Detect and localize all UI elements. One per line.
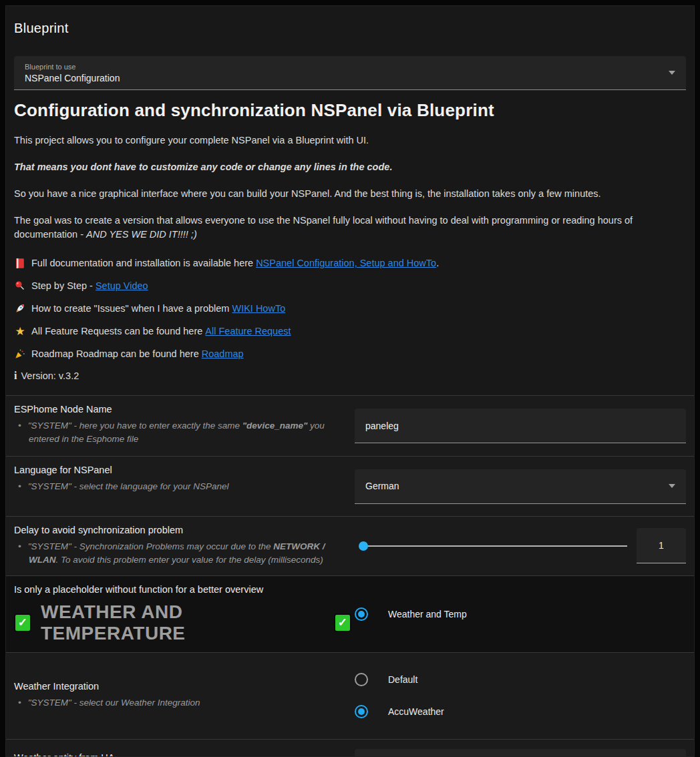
blueprint-select-value: NSPanel Configuration: [25, 73, 669, 83]
row-weather-entity: Weather entity from HA "SYSTEM" - Select…: [6, 739, 694, 757]
feature-request-link[interactable]: All Feature Request: [205, 326, 291, 336]
link-prefix: Roadmap Roadmap can be found here: [31, 348, 199, 359]
info-icon: i: [14, 370, 17, 382]
chevron-down-icon: [669, 71, 675, 75]
link-prefix: Step by Step -: [31, 280, 93, 291]
esphome-node-name-value: paneleg: [365, 421, 675, 431]
radio-label: Default: [388, 674, 417, 685]
star-icon: ★: [14, 325, 26, 337]
setup-video-link[interactable]: Setup Video: [96, 280, 148, 291]
row-label: Is only a placeholder without function f…: [14, 584, 351, 595]
row-label: Weather entity from HA: [14, 752, 351, 757]
radio-default[interactable]: Default: [355, 673, 444, 686]
row-delay: Delay to avoid synchronization problem "…: [6, 516, 694, 575]
row-weather-placeholder: Is only a placeholder without function f…: [6, 575, 694, 652]
blueprint-card: Blueprint Blueprint to use NSPanel Confi…: [5, 5, 695, 757]
doc-link-item: Full documentation and installation is a…: [14, 256, 686, 270]
intro-heading: Configuration and synchronization NSPane…: [14, 100, 686, 121]
docs-link[interactable]: NSPanel Configuration, Setup and HowTo: [256, 258, 436, 268]
red-book-icon: [14, 257, 26, 269]
page-title: Blueprint: [6, 6, 694, 36]
radio-weather-and-temp[interactable]: Weather and Temp: [355, 607, 467, 621]
link-suffix: .: [436, 258, 439, 268]
desc-text: "SYSTEM" - Synchronization Problems may …: [28, 541, 274, 551]
intro-paragraph-2: That means you dont have to customize an…: [14, 160, 686, 174]
roadmap-link[interactable]: Roadmap: [202, 348, 244, 359]
row-label: Language for NSPanel: [14, 465, 351, 475]
radio-accuweather[interactable]: AccuWeather: [355, 705, 444, 718]
radio-button-icon[interactable]: [355, 705, 368, 718]
radio-button-icon[interactable]: [355, 607, 368, 621]
white-check-mark-icon: ✓: [14, 613, 31, 632]
weather-temperature-heading-text: WEATHER AND TEMPERATURE: [41, 601, 325, 644]
esphome-node-name-input[interactable]: paneleg: [355, 409, 686, 443]
row-label: Weather Integration: [14, 681, 351, 692]
chevron-down-icon: [669, 484, 675, 488]
version-line: i Version: v.3.2: [14, 370, 686, 382]
pushpin-icon: [14, 280, 26, 292]
link-prefix: All Feature Requests can be found here: [31, 326, 202, 336]
doc-link-item: How to create "Issues" when I have a pro…: [14, 302, 686, 315]
weather-entity-picker[interactable]: Entity* Home ×: [355, 749, 686, 757]
rocket-icon: [14, 302, 26, 314]
desc-text: "SYSTEM" - here you have to enter exactl…: [28, 421, 242, 431]
doc-link-item: Roadmap Roadmap can be found here Roadma…: [14, 347, 686, 360]
language-select[interactable]: German: [355, 469, 686, 504]
radio-button-icon[interactable]: [355, 673, 368, 686]
row-language: Language for NSPanel "SYSTEM" - select t…: [6, 456, 694, 516]
link-prefix: How to create "Issues" when I have a pro…: [31, 303, 229, 314]
radio-label: AccuWeather: [388, 706, 444, 717]
wiki-howto-link[interactable]: WIKI HowTo: [232, 303, 285, 314]
white-check-mark-icon: ✓: [334, 613, 351, 632]
blueprint-to-use-select[interactable]: Blueprint to use NSPanel Configuration: [14, 56, 686, 90]
row-weather-integration: Weather Integration "SYSTEM" - select ou…: [6, 652, 694, 739]
intro-paragraph-4-em: AND YES WE DID IT!!!! ;): [86, 229, 197, 240]
version-text: Version: v.3.2: [21, 370, 79, 381]
blueprint-select-label: Blueprint to use: [25, 63, 669, 71]
weather-temperature-heading: ✓ WEATHER AND TEMPERATURE ✓: [14, 601, 351, 644]
link-prefix: Full documentation and installation is a…: [31, 258, 253, 268]
doc-link-list: Full documentation and installation is a…: [14, 256, 686, 382]
settings-rows: ESPhome Node Name "SYSTEM" - here you ha…: [6, 395, 694, 757]
delay-slider[interactable]: [360, 545, 627, 547]
delay-value: 1: [659, 540, 664, 551]
intro-paragraph-1: This project allows you to configure you…: [14, 134, 686, 148]
intro-paragraph-3: So you have a nice graphical interface w…: [14, 187, 686, 201]
row-label: Delay to avoid synchronization problem: [14, 525, 351, 535]
row-description: "SYSTEM" - select our Weather Integratio…: [29, 696, 333, 710]
party-popper-icon: [14, 348, 26, 360]
doc-link-item: ★ All Feature Requests can be found here…: [14, 324, 686, 338]
language-select-value: German: [365, 481, 669, 491]
delay-value-input[interactable]: 1: [637, 528, 686, 563]
radio-label: Weather and Temp: [388, 609, 467, 619]
row-description: "SYSTEM" - select the language for your …: [29, 480, 333, 493]
intro-section: Configuration and synchronization NSPane…: [6, 100, 694, 382]
doc-link-item: Step by Step - Setup Video: [14, 279, 686, 292]
desc-text: . To avoid this problem enter your value…: [56, 555, 323, 565]
desc-bold: "device_name": [242, 421, 308, 431]
delay-slider-thumb[interactable]: [359, 541, 368, 551]
row-label: ESPhome Node Name: [14, 404, 351, 415]
intro-paragraph-4: The goal was to create a version that al…: [14, 214, 686, 242]
row-description: "SYSTEM" - Synchronization Problems may …: [29, 540, 333, 567]
row-description: "SYSTEM" - here you have to enter exactl…: [29, 419, 333, 447]
row-esphome-node-name: ESPhome Node Name "SYSTEM" - here you ha…: [6, 395, 694, 456]
